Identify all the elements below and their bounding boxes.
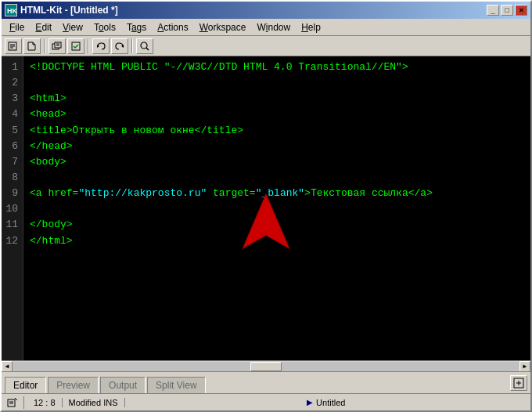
status-icon (5, 396, 20, 409)
toolbar-find[interactable] (136, 38, 153, 54)
menu-actions[interactable]: Actions (153, 20, 192, 34)
scroll-left-button[interactable]: ◀ (2, 361, 13, 372)
line-num-7: 7 (5, 154, 18, 170)
line-num-3: 3 (5, 91, 18, 107)
line-num-12: 12 (5, 233, 18, 249)
code-editor[interactable]: <!DOCTYPE HTML PUBLIC "-//W3C//DTD HTML … (23, 56, 530, 360)
title-buttons (487, 5, 527, 16)
tab-preview[interactable]: Preview (48, 377, 99, 393)
scroll-right-button[interactable]: ▶ (519, 361, 530, 372)
line-num-4: 4 (5, 107, 18, 122)
menu-window[interactable]: Window (252, 20, 295, 34)
line-num-6: 6 (5, 139, 18, 154)
tab-bar: Editor Preview Output Split View (2, 371, 530, 393)
title-bar: HK HTML-Kit - [Untitled *] (2, 2, 530, 19)
window-title: HTML-Kit - [Untitled *] (20, 5, 118, 16)
minimize-button[interactable] (487, 5, 499, 16)
line-num-1: 1 (5, 60, 18, 75)
menu-edit[interactable]: Edit (31, 20, 56, 34)
title-bar-left: HK HTML-Kit - [Untitled *] (5, 4, 118, 16)
tab-extra-btn[interactable] (510, 375, 527, 391)
status-filename: Untitled (316, 398, 345, 407)
status-mode: Modified INS (63, 398, 125, 407)
line-num-11: 11 (5, 217, 18, 233)
toolbar-sep-1 (44, 39, 45, 53)
window: HK HTML-Kit - [Untitled *] File Edit Vie… (0, 0, 532, 412)
toolbar-btn-4[interactable] (67, 38, 84, 54)
line-num-8: 8 (5, 170, 18, 186)
toolbar-btn-3[interactable] (49, 38, 66, 54)
editor-container[interactable]: 1 2 3 4 5 6 7 8 9 10 11 12 <!DOCTYPE HTM… (2, 56, 530, 360)
scroll-thumb[interactable] (250, 362, 282, 371)
toolbar-redo[interactable] (111, 38, 128, 54)
toolbar-sep-3 (131, 39, 133, 53)
file-icon: ▶ (307, 398, 313, 407)
menu-workspace[interactable]: Workspace (195, 20, 251, 34)
tab-editor[interactable]: Editor (5, 377, 46, 393)
toolbar-undo[interactable] (92, 38, 110, 54)
toolbar-sep-2 (88, 39, 89, 53)
menu-tags[interactable]: Tags (122, 20, 151, 34)
status-position: 12 : 8 (27, 398, 63, 407)
line-numbers: 1 2 3 4 5 6 7 8 9 10 11 12 (2, 56, 23, 360)
toolbar-btn-1[interactable] (5, 38, 22, 54)
line-num-9: 9 (5, 186, 18, 201)
app-icon: HK (5, 4, 17, 16)
svg-line-16 (146, 48, 149, 50)
toolbar (2, 36, 530, 56)
tab-output[interactable]: Output (100, 377, 146, 393)
status-filename-area: ▶ Untitled (125, 398, 527, 407)
menu-bar: File Edit View Tools Tags Actions Worksp… (2, 19, 530, 36)
toolbar-btn-2[interactable] (23, 38, 41, 54)
maximize-button[interactable] (501, 5, 513, 16)
line-num-5: 5 (5, 123, 18, 139)
horizontal-scrollbar[interactable]: ◀ ▶ (2, 360, 530, 371)
close-button[interactable] (515, 5, 527, 16)
line-num-10: 10 (5, 201, 18, 217)
svg-text:HK: HK (7, 7, 16, 15)
tab-extra-buttons (510, 375, 527, 393)
status-bar: 12 : 8 Modified INS ▶ Untitled (2, 393, 530, 410)
menu-help[interactable]: Help (297, 20, 325, 34)
line-num-2: 2 (5, 75, 18, 91)
status-divider-1 (23, 396, 24, 409)
svg-point-15 (141, 42, 147, 49)
menu-file[interactable]: File (5, 20, 29, 34)
menu-tools[interactable]: Tools (89, 20, 120, 34)
tab-split-view[interactable]: Split View (147, 377, 205, 393)
menu-view[interactable]: View (58, 20, 88, 34)
scroll-track[interactable] (13, 362, 519, 371)
